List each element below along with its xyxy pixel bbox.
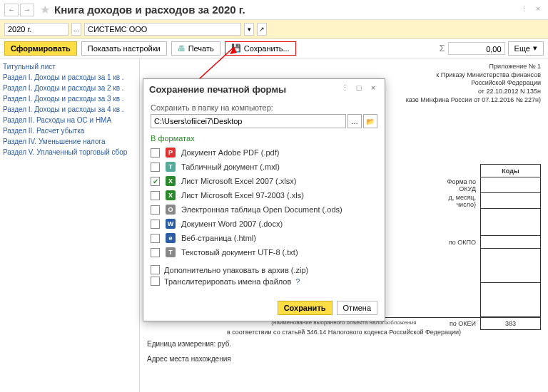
- close-icon[interactable]: ×: [532, 4, 544, 16]
- format-icon: O: [166, 205, 176, 215]
- format-row: TТекстовый документ UTF-8 (.txt): [151, 245, 377, 259]
- sidebar-item[interactable]: Раздел I. Доходы и расходы за 2 кв .: [3, 83, 136, 93]
- format-checkbox[interactable]: [151, 220, 160, 229]
- path-open-button[interactable]: 📂: [363, 114, 377, 128]
- sum-value: 0,00: [448, 42, 505, 55]
- zip-checkbox[interactable]: [151, 265, 160, 274]
- path-label: Сохранить в папку на компьютер:: [151, 103, 377, 112]
- org-open-button[interactable]: ↗: [257, 23, 267, 36]
- title-bar: ← → ★ Книга доходов и расходов за 2020 г…: [0, 0, 548, 20]
- format-icon: X: [166, 190, 176, 200]
- format-icon: T: [166, 247, 176, 257]
- sidebar-item[interactable]: Раздел V. Уплаченный торговый сбор: [3, 147, 136, 158]
- format-checkbox[interactable]: [151, 248, 160, 257]
- format-row: TТабличный документ (.mxl): [151, 160, 377, 174]
- format-icon: X: [166, 176, 176, 186]
- format-label: Лист Microsoft Excel 2007 (.xlsx): [181, 177, 296, 185]
- format-list: PДокумент Adobe PDF (.pdf)TТабличный док…: [151, 145, 377, 259]
- dialog-cancel-button[interactable]: Отмена: [337, 301, 377, 315]
- year-picker-button[interactable]: …: [71, 23, 81, 36]
- format-row: ✔XЛист Microsoft Excel 2007 (.xlsx): [151, 174, 377, 188]
- favorite-icon[interactable]: ★: [40, 3, 50, 16]
- format-checkbox[interactable]: ✔: [151, 177, 160, 186]
- codes-table: Коды Форма по ОКУД д, месяц, число) по О…: [430, 164, 542, 330]
- menu-icon[interactable]: ⋮: [518, 4, 529, 16]
- format-label: Веб-страница (.html): [181, 234, 256, 242]
- print-icon: 🖶: [178, 44, 186, 53]
- save-icon: 💾: [231, 43, 241, 53]
- help-icon[interactable]: ?: [295, 277, 300, 286]
- format-icon: P: [166, 148, 176, 158]
- format-row: WДокумент Word 2007 (.docx): [151, 217, 377, 231]
- dialog-menu-icon[interactable]: ⋮: [339, 83, 350, 95]
- format-label: Документ Adobe PDF (.pdf): [181, 148, 279, 157]
- format-row: XЛист Microsoft Excel 97-2003 (.xls): [151, 188, 377, 202]
- sidebar-item[interactable]: Раздел II. Расходы на ОС и НМА: [3, 115, 136, 125]
- dialog-save-button[interactable]: Сохранить: [278, 301, 333, 315]
- format-label: Лист Microsoft Excel 97-2003 (.xls): [181, 191, 304, 200]
- sidebar-item[interactable]: Раздел I. Доходы и расходы за 3 кв .: [3, 93, 136, 104]
- path-input[interactable]: [151, 114, 346, 128]
- save-dialog: Сохранение печатной формы ⋮ □ × Сохранит…: [143, 78, 385, 321]
- format-row: PДокумент Adobe PDF (.pdf): [151, 145, 377, 160]
- format-label: Табличный документ (.mxl): [181, 163, 280, 171]
- page-title: Книга доходов и расходов за 2020 г.: [54, 4, 515, 16]
- dialog-title: Сохранение печатной формы: [149, 84, 336, 95]
- format-icon: W: [166, 219, 176, 229]
- toolbar: Сформировать Показать настройки 🖶Печать …: [0, 38, 548, 58]
- format-checkbox[interactable]: [151, 191, 160, 200]
- sidebar-item[interactable]: Раздел IV. Уменьшение налога: [3, 136, 136, 147]
- back-button[interactable]: ←: [4, 4, 19, 16]
- translit-checkbox[interactable]: [151, 277, 160, 286]
- dialog-restore-icon[interactable]: □: [353, 83, 365, 95]
- filter-bar: 2020 г. … СИСТЕМС ООО ▾ ↗: [0, 20, 548, 38]
- format-checkbox[interactable]: [151, 205, 160, 215]
- path-browse-button[interactable]: …: [347, 114, 362, 128]
- zip-label: Дополнительно упаковать в архив (.zip): [164, 266, 308, 274]
- save-button[interactable]: 💾Сохранить...: [225, 41, 296, 56]
- org-field[interactable]: СИСТЕМС ООО: [84, 23, 241, 36]
- translit-label: Транслитерировать имена файлов: [164, 277, 291, 286]
- sidebar-item[interactable]: Раздел II. Расчет убытка: [3, 125, 136, 136]
- print-button[interactable]: 🖶Печать: [171, 41, 220, 56]
- format-label: Текстовый документ UTF-8 (.txt): [181, 248, 298, 257]
- format-checkbox[interactable]: [151, 163, 160, 172]
- format-label: Документ Word 2007 (.docx): [181, 220, 283, 228]
- sigma-icon: Σ: [440, 43, 445, 53]
- sidebar: Титульный листРаздел I. Доходы и расходы…: [0, 58, 139, 392]
- format-row: eВеб-страница (.html): [151, 231, 377, 245]
- more-button[interactable]: Еще ▾: [508, 41, 544, 56]
- dialog-close-icon[interactable]: ×: [367, 83, 379, 95]
- settings-button[interactable]: Показать настройки: [81, 41, 167, 56]
- format-icon: T: [166, 162, 176, 172]
- org-dropdown-button[interactable]: ▾: [244, 23, 254, 36]
- format-row: OЭлектронная таблица Open Document (.ods…: [151, 202, 377, 217]
- forward-button[interactable]: →: [20, 4, 34, 16]
- year-field[interactable]: 2020 г.: [4, 23, 68, 36]
- sidebar-item[interactable]: Раздел I. Доходы и расходы за 4 кв .: [3, 104, 136, 115]
- format-icon: e: [166, 233, 176, 243]
- format-checkbox[interactable]: [151, 234, 160, 243]
- form-button[interactable]: Сформировать: [4, 41, 77, 56]
- format-checkbox[interactable]: [151, 148, 160, 158]
- format-label: Электронная таблица Open Document (.ods): [181, 205, 342, 214]
- sidebar-item[interactable]: Титульный лист: [3, 61, 136, 72]
- formats-header: В форматах: [151, 134, 377, 143]
- sidebar-item[interactable]: Раздел I. Доходы и расходы за 1 кв .: [3, 72, 136, 83]
